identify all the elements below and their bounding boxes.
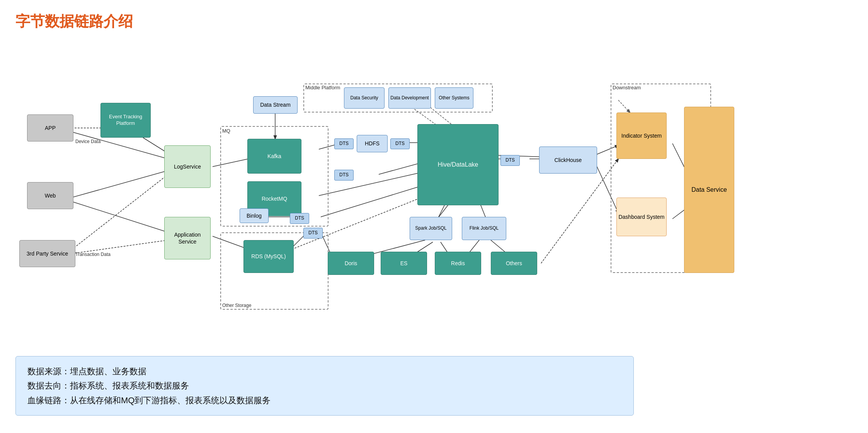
svg-line-31 xyxy=(541,159,618,263)
hdfs-box: HDFS xyxy=(357,135,388,152)
architecture-diagram: APP Web 3rd Party Service Device Data Tr… xyxy=(15,43,850,344)
other-storage-label: Other Storage xyxy=(222,303,251,308)
flink-box: Flink Job/SQL xyxy=(462,217,506,240)
indicator-system-box: Indicator System xyxy=(616,113,667,159)
data-development-box: Data Development xyxy=(388,87,431,109)
mq-label: MQ xyxy=(222,128,230,134)
log-service-box: LogService xyxy=(164,145,211,188)
svg-line-2 xyxy=(71,170,168,198)
redis-box: Redis xyxy=(435,252,481,275)
third-party-box: 3rd Party Service xyxy=(19,240,75,267)
svg-line-3 xyxy=(71,201,168,232)
transaction-data-label: Transaction Data xyxy=(75,252,111,257)
dashboard-system-box: Dashboard System xyxy=(616,198,667,236)
svg-line-16 xyxy=(321,186,421,217)
web-box: Web xyxy=(27,182,73,209)
application-service-box: Application Service xyxy=(164,217,211,259)
data-service-box: Data Service xyxy=(684,107,734,273)
es-box: ES xyxy=(381,252,427,275)
app-box: APP xyxy=(27,114,73,141)
downstream-label: Downstream xyxy=(613,85,641,90)
page-title: 字节数据链路介绍 xyxy=(15,12,853,31)
middle-platform-label: Middle Platform xyxy=(305,85,340,90)
rds-box: RDS (MySQL) xyxy=(243,240,294,273)
svg-line-5 xyxy=(71,174,168,250)
summary-line1: 数据来源：埋点数据、业务数据 xyxy=(27,364,622,378)
data-stream-box: Data Stream xyxy=(253,96,298,114)
summary-line3: 血缘链路：从在线存储和MQ到下游指标、报表系统以及数据服务 xyxy=(27,393,622,407)
dts4-box: DTS xyxy=(290,213,309,224)
summary-line2: 数据去向：指标系统、报表系统和数据服务 xyxy=(27,378,622,393)
device-data-label: Device Data xyxy=(75,139,100,144)
data-security-box: Data Security xyxy=(344,87,385,109)
spark-box: Spark Job/SQL xyxy=(410,217,452,240)
summary-section: 数据来源：埋点数据、业务数据 数据去向：指标系统、报表系统和数据服务 血缘链路：… xyxy=(15,356,634,416)
other-systems-box: Other Systems xyxy=(435,87,473,109)
dts1-box: DTS xyxy=(334,138,354,149)
binlog-box: Binlog xyxy=(240,208,269,223)
clickhouse-box: ClickHouse xyxy=(539,147,597,174)
others-box: Others xyxy=(491,252,537,275)
svg-line-14 xyxy=(379,163,421,174)
dts2-box: DTS xyxy=(390,138,410,149)
kafka-box: Kafka xyxy=(247,139,301,174)
event-tracking-box: Event Tracking Platform xyxy=(100,103,151,138)
dts6-box: DTS xyxy=(500,155,520,166)
hive-datalake-box: Hive/DataLake xyxy=(417,124,499,205)
doris-box: Doris xyxy=(328,252,374,275)
dts5-box: DTS xyxy=(303,228,323,239)
dts3-box: DTS xyxy=(334,170,354,181)
